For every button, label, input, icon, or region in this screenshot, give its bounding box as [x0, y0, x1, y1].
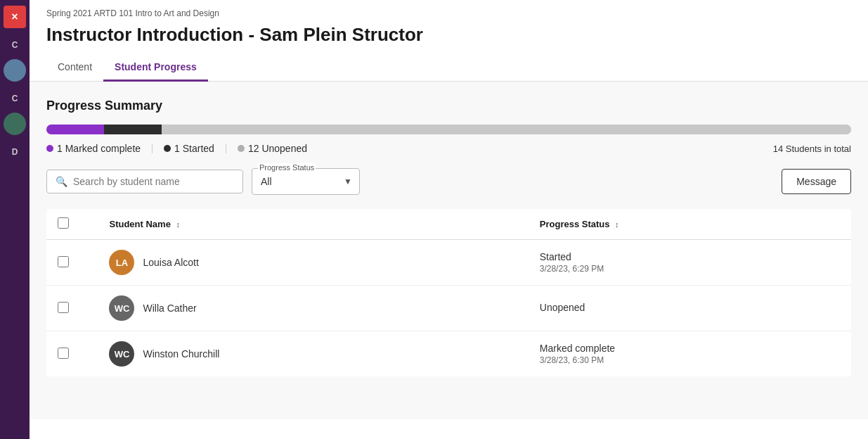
legend-dot-unopened — [238, 145, 245, 152]
student-name-cell-willa: WC Willa Cather — [109, 295, 517, 321]
tab-bar: Content Student Progress — [30, 54, 868, 82]
th-progress-status-label: Progress Status — [540, 219, 610, 229]
row-name-cell-winston: WC Winston Churchill — [98, 331, 528, 377]
legend-dot-started — [164, 145, 171, 152]
search-icon: 🔍 — [56, 176, 67, 187]
th-progress-status[interactable]: Progress Status ↕ — [529, 209, 851, 240]
table-header-row: Student Name ↕ Progress Status ↕ — [46, 209, 851, 240]
table-body: LA Louisa Alcott Started 3/28/23, 6:29 P… — [46, 240, 851, 377]
sidebar-avatar-2 — [4, 113, 26, 135]
row-status-cell-winston: Marked complete 3/28/23, 6:30 PM — [529, 331, 851, 377]
legend-started: 1 Started — [164, 143, 214, 154]
progress-legend-row: 1 Marked complete 1 Started 12 Unopened … — [46, 143, 851, 154]
search-container: 🔍 — [46, 170, 243, 193]
status-date-louisa: 3/28/23, 6:29 PM — [540, 264, 840, 274]
main-content: Spring 2021 ARTD 101 Intro to Art and De… — [30, 0, 868, 419]
legend-sep-1 — [152, 144, 153, 153]
table-row: WC Winston Churchill Marked complete 3/2… — [46, 331, 851, 377]
legend-unopened: 12 Unopened — [238, 143, 307, 154]
sidebar-avatar-1 — [4, 59, 26, 82]
row-checkbox-cell-louisa — [46, 240, 98, 286]
legend-complete-text: 1 Marked complete — [57, 143, 141, 154]
th-student-name[interactable]: Student Name ↕ — [98, 209, 528, 240]
sidebar-letter-c2: C — [4, 90, 26, 107]
legend-dot-complete — [46, 145, 53, 152]
search-input[interactable] — [73, 176, 234, 187]
progress-bar — [46, 125, 851, 134]
avatar-willa: WC — [109, 295, 134, 321]
row-name-cell-willa: WC Willa Cather — [98, 286, 528, 331]
table-row: LA Louisa Alcott Started 3/28/23, 6:29 P… — [46, 240, 851, 286]
tab-student-progress[interactable]: Student Progress — [103, 54, 208, 82]
progress-summary-section: Progress Summary 1 Marked complete 1 Sta… — [46, 98, 851, 154]
row-status-cell-louisa: Started 3/28/23, 6:29 PM — [529, 240, 851, 286]
th-select — [46, 209, 98, 240]
legend-sep-2 — [226, 144, 226, 153]
progress-filter-label: Progress Status — [258, 163, 316, 172]
row-checkbox-louisa[interactable] — [58, 256, 69, 267]
students-table: Student Name ↕ Progress Status ↕ — [46, 209, 851, 376]
student-name-willa: Willa Cather — [143, 303, 196, 314]
sort-icon-name: ↕ — [176, 220, 181, 229]
tab-content[interactable]: Content — [46, 54, 103, 82]
close-icon: × — [11, 11, 18, 23]
status-louisa: Started — [540, 251, 840, 262]
student-name-louisa: Louisa Alcott — [143, 257, 198, 268]
status-winston: Marked complete — [540, 343, 840, 354]
sidebar-letter-d: D — [4, 144, 26, 160]
progress-summary-title: Progress Summary — [46, 98, 851, 113]
student-name-winston: Winston Churchill — [143, 348, 219, 360]
row-checkbox-winston[interactable] — [58, 348, 69, 359]
page-title: Instructor Introduction - Sam Plein Stru… — [30, 21, 868, 54]
row-checkbox-cell-winston — [46, 331, 98, 377]
progress-status-select[interactable]: All Started Marked complete Unopened — [252, 169, 359, 194]
progress-filter-wrapper: Progress Status All Started Marked compl… — [252, 168, 360, 195]
status-willa: Unopened — [540, 302, 840, 313]
content-area: Progress Summary 1 Marked complete 1 Sta… — [30, 82, 868, 419]
select-all-checkbox[interactable] — [58, 217, 69, 229]
row-checkbox-cell-willa — [46, 286, 98, 331]
progress-bar-unopened — [162, 125, 851, 134]
filter-row: 🔍 Progress Status All Started Marked com… — [46, 168, 851, 195]
th-student-name-label: Student Name — [109, 219, 170, 229]
avatar-louisa: LA — [109, 250, 134, 275]
table-row: WC Willa Cather Unopened — [46, 286, 851, 331]
sort-icon-status: ↕ — [615, 220, 619, 229]
legend-total: 14 Students in total — [773, 144, 851, 154]
row-status-cell-willa: Unopened — [529, 286, 851, 331]
message-button[interactable]: Message — [782, 169, 851, 194]
legend-started-text: 1 Started — [174, 143, 214, 154]
progress-bar-started — [104, 125, 162, 134]
breadcrumb: Spring 2021 ARTD 101 Intro to Art and De… — [30, 0, 868, 21]
status-date-winston: 3/28/23, 6:30 PM — [540, 355, 840, 365]
students-table-container: Student Name ↕ Progress Status ↕ — [46, 209, 851, 376]
avatar-winston: WC — [109, 341, 134, 367]
sidebar-letter-c: C — [4, 37, 26, 53]
row-checkbox-willa[interactable] — [58, 302, 69, 313]
student-name-cell-louisa: LA Louisa Alcott — [109, 250, 517, 275]
legend-complete: 1 Marked complete — [46, 143, 141, 154]
row-name-cell-louisa: LA Louisa Alcott — [98, 240, 528, 286]
student-name-cell-winston: WC Winston Churchill — [109, 341, 517, 367]
sidebar: × C C D — [0, 0, 30, 419]
close-button[interactable]: × — [4, 6, 26, 28]
legend-unopened-text: 12 Unopened — [248, 143, 307, 154]
progress-bar-complete — [46, 125, 104, 134]
